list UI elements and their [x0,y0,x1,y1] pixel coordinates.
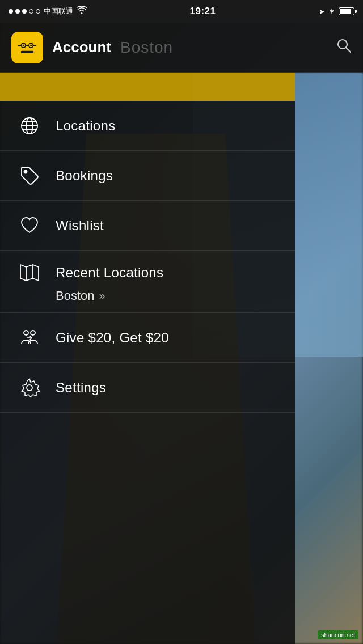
menu-overlay: Locations Bookings Wishlist [0,73,295,644]
svg-line-10 [346,48,351,52]
menu-item-wishlist[interactable]: Wishlist [0,201,295,251]
carrier-label: 中国联通 [44,6,73,16]
signal-dot-5 [36,9,40,14]
heart-icon [17,213,42,238]
signal-dot-1 [9,9,13,14]
menu-item-settings[interactable]: Settings [0,363,295,413]
chevron-right-icon: » [99,289,105,302]
signal-dot-3 [22,9,27,14]
recent-location-sub: Boston » [17,289,105,303]
bluetooth-icon: ✶ [328,7,335,16]
logo-icon [16,37,38,58]
svg-point-16 [24,170,27,173]
map-icon [17,260,42,285]
locations-label: Locations [56,118,115,134]
app-logo [11,32,43,63]
search-button[interactable] [336,37,352,57]
menu-item-referral[interactable]: Give $20, Get $20 [0,313,295,363]
status-right: ➤ ✶ [319,7,354,16]
menu-top-bar [0,73,295,101]
city-ghost-text: Boston [120,39,173,57]
recent-locations-label: Recent Locations [56,265,163,281]
map-svg [19,262,40,283]
header-left: Account Boston [11,32,173,63]
gear-icon [17,375,42,400]
app-title: Account [52,39,111,56]
svg-point-21 [31,331,35,335]
menu-item-recent-locations[interactable]: Recent Locations Boston » [0,251,295,313]
search-icon [336,37,352,53]
globe-icon [17,113,42,138]
wishlist-label: Wishlist [56,218,104,234]
watermark: shancun.net [318,630,358,639]
signal-dot-2 [15,9,20,14]
status-time: 19:21 [190,6,216,17]
wifi-icon [77,6,87,16]
menu-item-locations[interactable]: Locations [0,101,295,151]
menu-item-bookings[interactable]: Bookings [0,151,295,201]
svg-point-3 [23,44,24,46]
app-header: Account Boston [0,23,363,73]
svg-marker-17 [20,265,39,281]
svg-point-23 [27,385,32,391]
gear-svg [19,378,40,398]
battery-icon [339,7,354,15]
globe-svg [19,116,40,136]
bookings-label: Bookings [56,168,113,184]
status-bar: 中国联通 19:21 ➤ ✶ [0,0,363,23]
svg-rect-5 [21,50,34,53]
referral-label: Give $20, Get $20 [56,330,169,346]
signal-dot-4 [29,9,33,14]
settings-label: Settings [56,380,106,396]
location-arrow-icon: ➤ [319,7,325,16]
tag-svg [19,166,40,186]
recent-location-city: Boston [56,289,95,303]
tag-icon [17,163,42,188]
battery-fill [340,9,351,14]
status-left: 中国联通 [9,6,87,16]
svg-rect-0 [18,38,36,56]
recent-locations-top: Recent Locations [17,260,163,285]
heart-svg [19,215,40,236]
referral-icon [17,325,42,350]
svg-point-4 [30,44,32,46]
svg-point-20 [24,331,28,335]
signal-dots [9,9,40,14]
referral-svg [19,328,40,348]
